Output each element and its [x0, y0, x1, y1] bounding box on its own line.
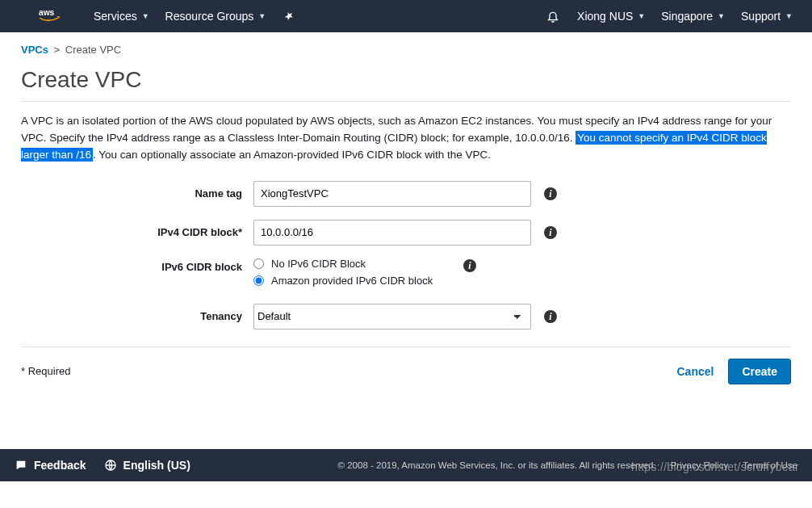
- language-label: English (US): [123, 459, 190, 472]
- breadcrumb-current: Create VPC: [65, 44, 121, 56]
- pin-icon[interactable]: [274, 0, 304, 32]
- caret-down-icon: ▼: [142, 12, 149, 20]
- create-button[interactable]: Create: [728, 359, 791, 384]
- privacy-policy-link[interactable]: Privacy Policy: [671, 460, 729, 470]
- info-icon: i: [544, 310, 557, 323]
- tenancy-info[interactable]: i: [544, 310, 557, 323]
- info-icon: i: [463, 259, 476, 272]
- nav-services-label: Services: [94, 10, 137, 23]
- nav-region[interactable]: Singapore ▼: [653, 0, 733, 32]
- tenancy-select[interactable]: Default: [253, 304, 531, 330]
- svg-text:aws: aws: [39, 8, 55, 17]
- ipv4-cidr-input[interactable]: [253, 220, 531, 246]
- form-footer: * Required Cancel Create: [21, 346, 791, 384]
- feedback-link[interactable]: Feedback: [15, 459, 86, 472]
- bottom-bar: Feedback English (US) © 2008 - 2019, Ama…: [0, 449, 812, 481]
- caret-down-icon: ▼: [718, 12, 725, 20]
- info-icon: i: [544, 187, 557, 200]
- required-note: * Required: [21, 365, 70, 377]
- ipv4-cidr-info[interactable]: i: [544, 226, 557, 239]
- ipv6-option-amazon[interactable]: Amazon provided IPv6 CIDR block: [253, 275, 450, 287]
- caret-down-icon: ▼: [785, 12, 793, 20]
- main-content: VPCs > Create VPC Create VPC A VPC is an…: [0, 32, 812, 384]
- ipv6-radio-amazon[interactable]: [253, 275, 264, 286]
- nav-support-label: Support: [741, 10, 781, 23]
- name-tag-input[interactable]: [253, 181, 531, 207]
- aws-logo[interactable]: aws: [39, 7, 68, 25]
- ipv6-option-none[interactable]: No IPv6 CIDR Block: [253, 258, 450, 270]
- name-tag-label: Name tag: [21, 187, 253, 199]
- ipv6-option-none-label: No IPv6 CIDR Block: [271, 258, 366, 270]
- nav-resource-groups[interactable]: Resource Groups ▼: [157, 0, 274, 32]
- caret-down-icon: ▼: [638, 12, 645, 20]
- nav-region-label: Singapore: [661, 10, 713, 23]
- create-vpc-form: Name tag i IPv4 CIDR block* i IPv6 CIDR …: [21, 180, 791, 330]
- nav-user-label: Xiong NUS: [577, 10, 633, 23]
- breadcrumb-root-link[interactable]: VPCs: [21, 44, 48, 56]
- tenancy-label: Tenancy: [21, 310, 253, 322]
- ipv6-option-amazon-label: Amazon provided IPv6 CIDR block: [271, 275, 433, 287]
- language-selector[interactable]: English (US): [104, 459, 190, 472]
- row-tenancy: Tenancy Default i: [21, 303, 791, 330]
- row-name-tag: Name tag i: [21, 180, 791, 208]
- top-nav: aws Services ▼ Resource Groups ▼ Xiong N…: [0, 0, 812, 32]
- copyright-text: © 2008 - 2019, Amazon Web Services, Inc.…: [338, 460, 656, 470]
- nav-services[interactable]: Services ▼: [86, 0, 157, 32]
- page-description: A VPC is an isolated portion of the AWS …: [21, 113, 791, 164]
- nav-resource-groups-label: Resource Groups: [165, 10, 254, 23]
- breadcrumb-separator: >: [54, 44, 61, 56]
- desc-part2: . You can optionally associate an Amazon…: [93, 149, 491, 161]
- feedback-label: Feedback: [34, 459, 86, 472]
- caret-down-icon: ▼: [258, 12, 266, 20]
- terms-of-use-link[interactable]: Terms of Use: [743, 460, 797, 470]
- row-ipv4-cidr: IPv4 CIDR block* i: [21, 219, 791, 246]
- cancel-button[interactable]: Cancel: [676, 365, 714, 378]
- nav-user[interactable]: Xiong NUS ▼: [569, 0, 653, 32]
- speech-bubble-icon: [15, 459, 27, 472]
- page-title: Create VPC: [21, 67, 791, 102]
- breadcrumb: VPCs > Create VPC: [21, 44, 791, 56]
- info-icon: i: [544, 226, 557, 239]
- globe-icon: [104, 459, 117, 472]
- ipv6-radio-none[interactable]: [253, 258, 264, 269]
- nav-support[interactable]: Support ▼: [733, 0, 801, 32]
- row-ipv6-cidr: IPv6 CIDR block No IPv6 CIDR Block Amazo…: [21, 258, 791, 292]
- name-tag-info[interactable]: i: [544, 187, 557, 200]
- ipv6-cidr-label: IPv6 CIDR block: [21, 258, 253, 273]
- notifications-icon[interactable]: [537, 0, 569, 32]
- ipv6-cidr-info[interactable]: i: [463, 258, 476, 272]
- ipv4-cidr-label: IPv4 CIDR block*: [21, 226, 253, 238]
